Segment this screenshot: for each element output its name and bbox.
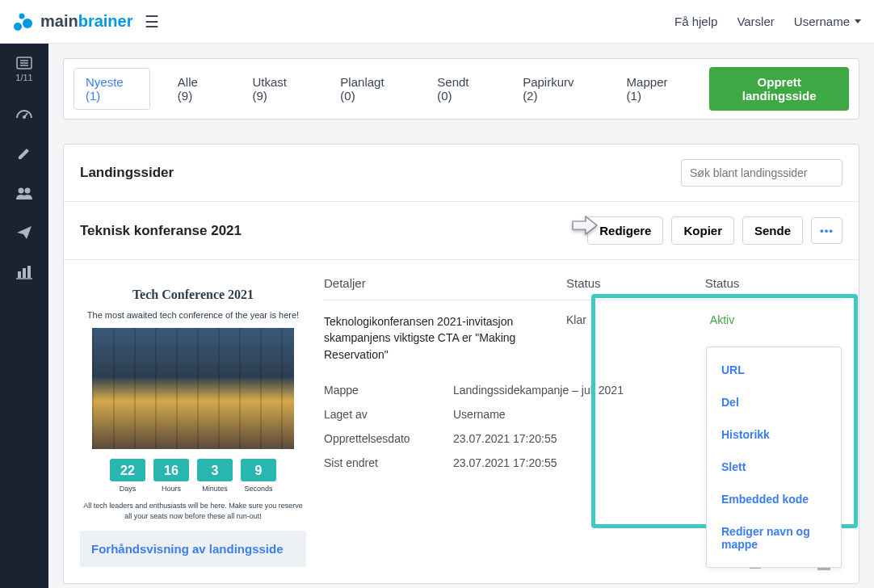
arrow-right-icon [571,215,599,236]
logo-dots-icon [13,12,36,32]
svg-rect-11 [18,271,21,278]
svg-point-1 [23,19,32,28]
countdown-hours: 16Hours [153,459,189,493]
dropdown-history[interactable]: Historikk [707,418,841,451]
preview-hero-image [92,328,294,449]
sidebar-send[interactable] [15,225,33,241]
countdown-days: 22Days [110,459,145,493]
sidebar-analytics[interactable] [16,265,32,279]
tab-drafts[interactable]: Utkast (9) [241,69,313,109]
dropdown-url[interactable]: URL [707,354,841,386]
preview-title: Tech Conference 2021 [80,288,306,302]
status-ready: Klar [566,313,653,363]
username-label: Username [794,15,850,28]
dropdown-embed[interactable]: Embedded kode [707,483,841,515]
more-actions-button[interactable]: ••• [811,217,842,244]
tab-sent[interactable]: Sendt (0) [426,69,495,109]
top-right-nav: Få hjelp Varsler Username [674,15,861,28]
row-header: Teknisk konferanse 2021 Redigere Kopier … [64,202,859,260]
main-area: Nyeste (1) Alle (9) Utkast (9) Planlagt … [48,44,874,588]
user-menu[interactable]: Username [794,15,861,28]
more-actions-dropdown: URL Del Historikk Slett Embedded kode Re… [706,346,842,568]
svg-point-2 [19,13,25,19]
step-number: 1/11 [15,73,32,82]
row-actions: Redigere Kopier Sende ••• [587,216,842,245]
chevron-down-icon [855,19,861,23]
create-landing-page-button[interactable]: Opprett landingsside [709,67,849,111]
logo[interactable]: mainbrainer [13,12,133,32]
pencil-icon [16,145,32,162]
sidebar-edit[interactable] [16,145,32,162]
users-icon [15,186,34,200]
hamburger-icon[interactable]: ☰ [145,12,159,32]
countdown-row: 22Days 16Hours 3Minutes 9Seconds [80,459,306,493]
tabs-bar: Nyeste (1) Alle (9) Utkast (9) Planlagt … [63,58,859,120]
card-header: Landingssider [64,145,859,202]
list-icon [16,57,32,69]
logo-text: mainbrainer [40,12,133,31]
svg-point-9 [19,188,24,194]
top-header: mainbrainer ☰ Få hjelp Varsler Username [0,0,874,44]
search-input[interactable] [681,159,842,187]
bar-chart-icon [16,265,32,279]
countdown-seconds: 9Seconds [241,459,276,493]
dropdown-rename[interactable]: Rediger navn og mappe [707,515,841,561]
countdown-minutes: 3Minutes [197,459,233,493]
tab-scheduled[interactable]: Planlagt (0) [329,69,410,109]
preview-column: Tech Conference 2021 The most awaited te… [80,276,306,567]
col-status1-header: Status [566,276,653,290]
send-button[interactable]: Sende [742,216,803,245]
sidebar-step-indicator[interactable]: 1/11 [15,57,32,82]
landing-page-title: Teknisk konferanse 2021 [80,223,242,239]
svg-point-0 [14,23,22,31]
preview-link-bar: Forhåndsvisning av landingsside [80,531,306,567]
tab-all[interactable]: Alle (9) [166,69,225,109]
edit-button[interactable]: Redigere [587,216,663,245]
sidebar-users[interactable] [15,186,34,200]
info-header-row: Detaljer Status Status [324,276,842,300]
copy-button[interactable]: Kopier [671,216,734,245]
dropdown-share[interactable]: Del [707,386,841,418]
svg-line-8 [24,113,27,117]
help-link[interactable]: Få hjelp [674,15,717,28]
left-sidebar: 1/11 [0,44,48,588]
paper-plane-icon [15,225,33,241]
svg-point-10 [25,188,31,194]
gauge-icon [15,107,33,121]
svg-rect-12 [23,268,26,278]
dropdown-delete[interactable]: Slett [707,451,841,483]
preview-subtitle: The most awaited tech conference of the … [80,310,306,320]
preview-thumbnail: Tech Conference 2021 The most awaited te… [80,288,306,521]
tab-newest[interactable]: Nyeste (1) [74,68,150,110]
col-status2-header: Status [653,276,791,290]
sidebar-dashboard[interactable] [15,107,33,121]
tab-folders[interactable]: Mapper (1) [616,69,694,109]
card-title: Landingssider [80,165,174,181]
preview-link[interactable]: Forhåndsvisning av landingsside [91,542,284,556]
preview-small-text: All tech leaders and enthusiasts will be… [80,501,306,521]
alerts-link[interactable]: Varsler [737,15,774,28]
svg-rect-13 [27,266,31,278]
description-text: Teknologikonferansen 2021-invitasjon ska… [324,313,566,363]
col-details-header: Detaljer [324,276,566,290]
tab-trash[interactable]: Papirkurv (2) [511,69,599,109]
